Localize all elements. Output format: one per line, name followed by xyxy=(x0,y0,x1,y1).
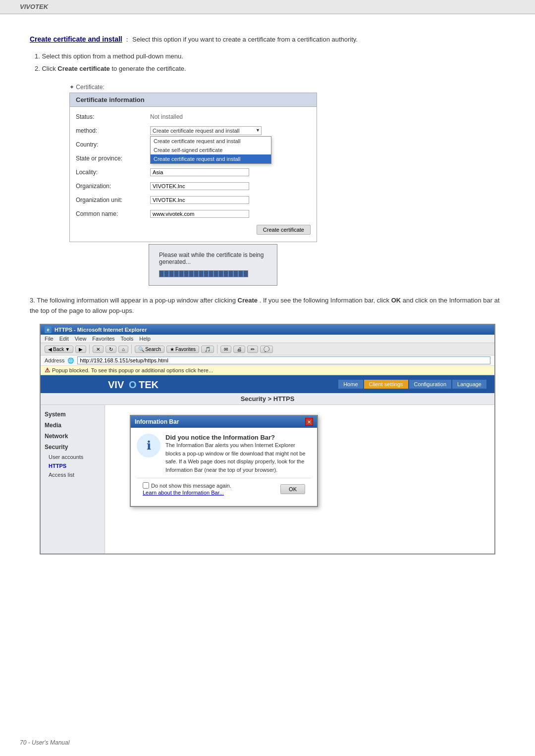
info-bar-heading: Did you notice the Information Bar? xyxy=(165,434,275,441)
back-label: Back xyxy=(53,347,64,352)
method-option-2[interactable]: Create self-signed certificate xyxy=(151,146,271,154)
search-button[interactable]: 🔍 Search xyxy=(135,346,164,353)
address-input[interactable] xyxy=(77,356,490,364)
address-label: Address xyxy=(45,357,64,363)
info-bar-icon-row: ℹ Did you notice the Information Bar? Th… xyxy=(137,434,311,474)
info-bar-ok-button[interactable]: OK xyxy=(280,484,305,494)
sidebar-item-access-list[interactable]: Access list xyxy=(41,470,105,479)
step1-number: 1. xyxy=(35,52,42,60)
cert-table-body: Status: Not installed method: Create cer… xyxy=(70,107,317,242)
browser-title-bar: e HTTPS - Microsoft Internet Explorer xyxy=(41,325,494,335)
menu-edit[interactable]: Edit xyxy=(59,336,69,342)
vivotek-logo: VIV O TEK xyxy=(49,377,337,391)
cert-label: ✦ Certificate: xyxy=(69,84,505,91)
sidebar-item-user-accounts[interactable]: User accounts xyxy=(41,453,105,461)
vivotek-home-btn[interactable]: Home xyxy=(338,380,363,389)
refresh-button[interactable]: ↻ xyxy=(106,346,116,353)
menu-favorites[interactable]: Favorites xyxy=(92,336,114,342)
certificate-section: ✦ Certificate: Certificate information S… xyxy=(69,84,505,286)
discuss-button[interactable]: 💬 xyxy=(260,346,273,353)
step2-bold: Create certificate xyxy=(57,65,110,72)
address-icon: 🌐 xyxy=(67,357,74,364)
do-not-show-checkbox[interactable] xyxy=(143,482,149,489)
forward-button[interactable]: ▶ xyxy=(75,346,86,353)
cert-label-org-unit: Organization unit: xyxy=(76,197,150,203)
vivotek-client-btn[interactable]: Client settings xyxy=(364,380,408,389)
search-label: Search xyxy=(145,347,161,352)
favorites-button[interactable]: ★ Favorites xyxy=(166,346,199,353)
cert-value-org xyxy=(150,182,311,190)
cert-value-org-unit xyxy=(150,196,311,204)
menu-help[interactable]: Help xyxy=(139,336,151,342)
cert-input-org[interactable] xyxy=(150,182,249,190)
browser-toolbar: ◀ Back ▼ ▶ ✕ ↻ ⌂ 🔍 Search ★ Favor xyxy=(41,343,494,355)
back-button[interactable]: ◀ Back ▼ xyxy=(45,346,73,353)
info-bar-close-button[interactable]: ✕ xyxy=(305,418,313,426)
browser-screenshot: e HTTPS - Microsoft Internet Explorer Fi… xyxy=(40,324,495,554)
cert-label-common-name: Common name: xyxy=(76,210,150,217)
popup-blocked-bar: ⚠ Popup blocked. To see this popup or ad… xyxy=(41,366,494,375)
vivotek-lang-btn[interactable]: Language xyxy=(452,380,486,389)
vivotek-body: System Media Network Security User accou… xyxy=(41,405,494,554)
cert-input-locality[interactable] xyxy=(150,168,249,176)
cert-row-common-name: Common name: xyxy=(70,207,317,221)
sidebar-item-security[interactable]: Security xyxy=(41,442,105,453)
learn-more-link[interactable]: Learn about the Information Bar... xyxy=(143,490,224,496)
create-certificate-button[interactable]: Create certificate xyxy=(257,225,311,235)
step2-number: 2. xyxy=(35,65,42,72)
menu-view[interactable]: View xyxy=(75,336,87,342)
cert-label-status: Status: xyxy=(76,113,150,120)
sidebar-item-network[interactable]: Network xyxy=(41,431,105,442)
home-button[interactable]: ⌂ xyxy=(118,346,128,353)
vivotek-sidebar: System Media Network Security User accou… xyxy=(41,405,105,554)
cert-row-org-unit: Organization unit: xyxy=(70,193,317,207)
step3-text-middle: . If you see the following Information b… xyxy=(260,297,391,304)
step3-ok-bold: OK xyxy=(391,297,401,304)
cert-input-common-name[interactable] xyxy=(150,210,249,218)
progress-bar-fill xyxy=(160,271,248,277)
popup-blocked-text[interactable]: Popup blocked. To see this popup or addi… xyxy=(52,367,213,373)
progress-popup: Please wait while the certificate is bei… xyxy=(149,244,277,286)
main-content: Create certificate and install ： Select … xyxy=(0,14,535,574)
page-wrapper: VIVOTEK Create certificate and install ：… xyxy=(0,0,535,756)
sidebar-item-system[interactable]: System xyxy=(41,409,105,420)
sidebar-item-https[interactable]: HTTPS xyxy=(41,461,105,470)
vivotek-config-btn[interactable]: Configuration xyxy=(409,380,451,389)
intro-description: Select this option if you want to create… xyxy=(132,36,358,43)
menu-tools[interactable]: Tools xyxy=(121,336,134,342)
svg-text:VIV: VIV xyxy=(108,379,124,390)
cert-label-method: method: xyxy=(76,127,150,134)
method-selected-text: Create certificate request and install xyxy=(153,128,239,134)
step-1: 1. Select this option from a method pull… xyxy=(35,50,505,62)
method-option-1[interactable]: Create certificate request and install xyxy=(151,137,271,146)
progress-text: Please wait while the certificate is bei… xyxy=(159,252,264,265)
mail-button[interactable]: ✉ xyxy=(220,346,231,353)
print-button[interactable]: 🖨 xyxy=(233,346,245,353)
cert-label-state: State or province: xyxy=(76,155,150,162)
method-dropdown-list: Create certificate request and install C… xyxy=(150,136,271,164)
cert-row-status: Status: Not installed xyxy=(70,110,317,124)
svg-text:O: O xyxy=(129,379,137,390)
sidebar-item-media[interactable]: Media xyxy=(41,420,105,431)
step2-suffix: to generate the certificate. xyxy=(111,65,186,72)
menu-file[interactable]: File xyxy=(45,336,54,342)
popup-blocked-icon: ⚠ xyxy=(45,367,50,374)
do-not-show-label: Do not show this message again. xyxy=(151,483,231,489)
create-cert-link[interactable]: Create certificate and install xyxy=(30,35,122,43)
cert-row-locality: Locality: xyxy=(70,165,317,179)
method-option-3[interactable]: Create certificate request and install xyxy=(151,154,271,163)
method-dropdown-container[interactable]: Create certificate request and install ▼… xyxy=(150,126,262,135)
vivotek-main-area: Information Bar ✕ ℹ Did you notice the I… xyxy=(105,405,494,554)
method-dropdown-display[interactable]: Create certificate request and install xyxy=(150,126,262,135)
cert-input-org-unit[interactable] xyxy=(150,196,249,204)
edit-button[interactable]: ✏ xyxy=(247,346,258,353)
footer-text: 70 - User's Manual xyxy=(20,739,69,746)
step2-prefix: Click xyxy=(42,65,57,72)
cert-method-value: Create certificate request and install ▼… xyxy=(150,126,311,135)
forward-arrow-icon: ▶ xyxy=(79,347,83,352)
step3-paragraph: 3. The following information will appear… xyxy=(30,296,505,316)
star-icon: ★ xyxy=(170,347,174,352)
brand-header: VIVOTEK xyxy=(0,0,535,14)
media-button[interactable]: 🎵 xyxy=(201,346,214,353)
stop-button[interactable]: ✕ xyxy=(93,346,104,353)
